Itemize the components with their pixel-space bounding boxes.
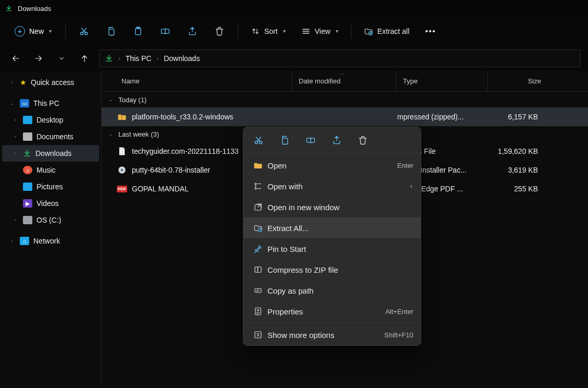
view-button[interactable]: View ▾: [296, 23, 344, 39]
sort-icon: [251, 27, 260, 36]
ctx-label: Properties: [265, 307, 385, 316]
svg-rect-18: [255, 267, 261, 273]
ctx-label: Open: [265, 161, 397, 170]
column-header-type[interactable]: Type: [396, 71, 487, 91]
recent-button[interactable]: [53, 50, 70, 67]
context-quick-actions: [243, 127, 421, 152]
plus-icon: +: [15, 26, 25, 37]
ctx-open-new-window[interactable]: Open in new window: [243, 197, 421, 217]
more-button[interactable]: •••: [420, 21, 442, 42]
properties-icon: [251, 307, 265, 316]
sidebar-item-music[interactable]: ♪ Music: [0, 162, 101, 178]
ellipsis-icon: •••: [425, 27, 436, 35]
ctx-accel: Shift+F10: [384, 331, 413, 339]
ctx-open-with[interactable]: Open with ›: [243, 176, 421, 197]
up-button[interactable]: [76, 50, 93, 67]
view-label: View: [315, 27, 330, 35]
paste-button[interactable]: [127, 21, 149, 42]
sidebar-label: Pictures: [36, 183, 63, 191]
svg-point-14: [255, 183, 256, 185]
new-button[interactable]: + New ▾: [8, 23, 58, 40]
breadcrumb-item[interactable]: Downloads: [164, 54, 200, 63]
group-header[interactable]: ⌄ Today (1): [102, 92, 588, 107]
sidebar-item-pictures[interactable]: Pictures: [0, 178, 101, 195]
separator: [238, 24, 238, 39]
ctx-open[interactable]: Open Enter: [243, 155, 421, 176]
file-row[interactable]: platform-tools_r33.0.2-windows mpressed …: [102, 107, 588, 126]
sidebar-this-pc[interactable]: ⌄ ▭ This PC: [0, 95, 101, 112]
sidebar: › ★ Quick access ⌄ ▭ This PC › Desktop ›…: [0, 71, 102, 388]
column-header-date[interactable]: ︿ Date modified: [292, 71, 396, 91]
back-button[interactable]: [7, 50, 24, 67]
file-name: platform-tools_r33.0.2-windows: [128, 113, 287, 121]
sidebar-item-desktop[interactable]: › Desktop: [0, 112, 101, 128]
new-button-label: New: [29, 27, 44, 35]
show-more-icon: [251, 330, 265, 340]
videos-icon: ▶: [23, 199, 32, 208]
new-window-icon: [251, 202, 265, 212]
share-button[interactable]: [181, 21, 203, 42]
svg-point-17: [258, 228, 262, 232]
rename-button[interactable]: [154, 21, 176, 42]
pdf-icon: PDF: [116, 186, 128, 192]
sidebar-label: Desktop: [36, 116, 63, 124]
ctx-label: Open with: [265, 182, 410, 191]
ctx-show-more[interactable]: Show more options Shift+F10: [243, 324, 421, 345]
sidebar-item-documents[interactable]: › Documents: [0, 128, 101, 145]
sidebar-network[interactable]: › ⌂ Network: [0, 233, 101, 249]
copy-button[interactable]: [100, 21, 122, 42]
file-size: 3,619 KB: [482, 166, 542, 174]
file-size: 1,59,620 KB: [482, 147, 542, 155]
ctx-label: Open in new window: [265, 203, 413, 212]
ctx-delete-button[interactable]: [356, 134, 370, 147]
breadcrumb-item[interactable]: This PC: [126, 54, 152, 63]
address-bar[interactable]: › This PC › Downloads: [99, 50, 581, 67]
ctx-rename-button[interactable]: [304, 134, 317, 147]
file-type: mpressed (zipped)...: [391, 113, 482, 121]
view-icon: [301, 27, 311, 36]
sidebar-quick-access[interactable]: › ★ Quick access: [0, 74, 101, 91]
context-menu: Open Enter Open with › Open in new windo…: [243, 127, 421, 346]
ctx-extract-all[interactable]: Extract All...: [243, 217, 421, 238]
ctx-pin-start[interactable]: Pin to Start: [243, 238, 421, 259]
sort-button[interactable]: Sort ▾: [246, 23, 291, 39]
extract-all-button[interactable]: Extract all: [359, 23, 414, 39]
forward-button[interactable]: [30, 50, 47, 67]
column-header-name[interactable]: Name: [102, 71, 292, 91]
sort-asc-icon: ︿: [339, 71, 345, 77]
ctx-label: Compress to ZIP file: [265, 265, 413, 274]
ctx-properties[interactable]: Properties Alt+Enter: [243, 301, 421, 322]
chevron-down-icon: ▾: [282, 28, 286, 34]
file-icon: [116, 147, 128, 156]
sidebar-item-os-c[interactable]: › OS (C:): [0, 212, 101, 228]
drive-icon: [23, 216, 32, 224]
sidebar-label: This PC: [33, 99, 59, 107]
separator: [243, 153, 421, 154]
window-title: Downloads: [18, 5, 51, 13]
pictures-icon: [23, 183, 32, 191]
ctx-share-button[interactable]: [330, 134, 344, 147]
column-headers: Name ︿ Date modified Type Size: [102, 71, 588, 92]
separator: [65, 24, 66, 39]
svg-rect-2: [109, 29, 114, 35]
ctx-compress-zip[interactable]: Compress to ZIP file: [243, 259, 421, 280]
sidebar-item-videos[interactable]: ▶ Videos: [0, 195, 101, 212]
sidebar-item-downloads[interactable]: › Downloads: [2, 145, 99, 162]
ctx-label: Pin to Start: [265, 245, 413, 253]
ctx-copy-path[interactable]: Copy as path: [243, 280, 421, 301]
ctx-cut-button[interactable]: [252, 134, 265, 147]
sort-label: Sort: [264, 27, 278, 35]
column-header-size[interactable]: Size: [487, 71, 547, 91]
star-icon: ★: [20, 78, 27, 87]
extract-icon: [364, 27, 373, 36]
ctx-copy-button[interactable]: [278, 134, 291, 147]
group-title: Last week (3): [118, 130, 159, 138]
chevron-right-icon: ›: [11, 117, 19, 123]
monitor-icon: ▭: [20, 99, 29, 107]
sidebar-label: OS (C:): [36, 216, 61, 224]
separator: [351, 24, 351, 39]
chevron-down-icon: ⌄: [8, 101, 16, 106]
delete-button[interactable]: [209, 21, 230, 42]
cut-button[interactable]: [73, 21, 95, 42]
chevron-down-icon: ⌄: [109, 97, 114, 102]
